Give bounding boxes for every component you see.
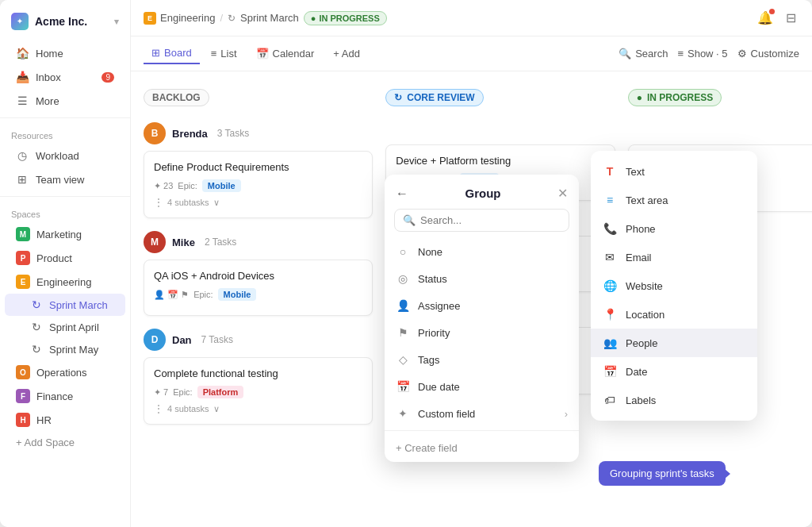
modal-back-button[interactable]: ← <box>396 187 408 201</box>
qa-epic-label: Epic: <box>193 290 213 299</box>
group-modal: ← Group ✕ 🔍 ○ None ◎ Status 👤 <box>385 175 579 462</box>
show-button[interactable]: ≡ Show · 5 <box>677 48 727 60</box>
finance-label: Finance <box>36 390 73 402</box>
none-label: None <box>418 246 442 258</box>
tooltip-text: Grouping sprint's tasks <box>610 467 714 479</box>
rp-location[interactable]: 📍 Location <box>591 300 757 329</box>
sprint-icon: ↻ <box>228 13 236 24</box>
add-button[interactable]: + Add <box>325 44 368 63</box>
board-tab[interactable]: ⊞ Board <box>144 43 200 64</box>
sprint-april-label: Sprint April <box>49 321 99 333</box>
sidebar-nav-more[interactable]: ☰ More <box>5 89 125 113</box>
team-view-icon: ⊞ <box>16 173 29 186</box>
subtask-icon-functional: ⋮ <box>154 403 163 414</box>
modal-item-status[interactable]: ◎ Status <box>385 265 579 292</box>
sidebar-item-team-view[interactable]: ⊞ Team view <box>5 167 125 191</box>
modal-search-icon: 🔍 <box>403 214 416 226</box>
marketing-dot: M <box>16 227 30 241</box>
hr-label: HR <box>36 414 52 426</box>
engineering-dot: E <box>16 275 30 289</box>
modal-close-button[interactable]: ✕ <box>557 186 568 201</box>
calendar-icon: 📅 <box>256 48 269 60</box>
list-icon: ≡ <box>211 48 217 60</box>
rp-date[interactable]: 📅 Date <box>591 357 757 386</box>
operations-dot: O <box>16 365 30 379</box>
chevron-functional: ∨ <box>213 404 220 414</box>
add-space-button[interactable]: + Add Space <box>5 432 125 453</box>
resources-label: Resources <box>0 123 130 144</box>
search-button[interactable]: 🔍 Search <box>619 48 668 60</box>
sidebar-item-hr[interactable]: H HR <box>5 408 125 432</box>
sidebar-nav-home[interactable]: 🏠 Home <box>5 41 125 65</box>
sidebar-item-sprint-march[interactable]: ↻ Sprint March <box>5 294 125 316</box>
sidebar-item-sprint-may[interactable]: ↻ Sprint May <box>5 338 125 360</box>
modal-item-tags[interactable]: ◇ Tags <box>385 346 579 373</box>
rp-text[interactable]: T Text <box>591 157 757 186</box>
modal-item-assignee[interactable]: 👤 Assignee <box>385 292 579 319</box>
rp-phone[interactable]: 📞 Phone <box>591 214 757 243</box>
rp-text-area[interactable]: ≡ Text area <box>591 186 757 214</box>
rp-people[interactable]: 👥 People <box>591 329 757 357</box>
functional-epic-tag: Platform <box>197 386 244 398</box>
sidebar-item-workload[interactable]: ◷ Workload <box>5 144 125 167</box>
notification-dot <box>769 9 775 14</box>
right-panel: T Text ≡ Text area 📞 Phone ✉ Email 🌐 <box>591 151 757 421</box>
brenda-name: Brenda <box>172 128 208 140</box>
subtask-count: 4 subtasks <box>167 198 209 207</box>
people-icon: 👥 <box>602 335 618 351</box>
group-row-dan: D Dan 7 Tasks <box>144 322 373 357</box>
phone-icon: 📞 <box>602 221 618 237</box>
mike-name: Mike <box>172 237 195 248</box>
sidebar-divider-2 <box>0 196 130 197</box>
modal-search-input[interactable] <box>420 214 561 226</box>
modal-search: 🔍 <box>394 209 569 232</box>
spaces-label: Spaces <box>0 202 130 222</box>
modal-item-priority[interactable]: ⚑ Priority <box>385 319 579 346</box>
email-label: Email <box>626 252 652 264</box>
group-row-brenda: B Brenda 3 Tasks <box>144 116 373 151</box>
header-actions: 🔔 ⊟ <box>754 7 799 29</box>
labels-icon: 🏷 <box>602 392 618 408</box>
notifications-button[interactable]: 🔔 <box>754 7 776 29</box>
sidebar-item-sprint-april[interactable]: ↻ Sprint April <box>5 316 125 338</box>
breadcrumb-engineering[interactable]: E Engineering <box>144 12 215 25</box>
sidebar-item-marketing[interactable]: M Marketing <box>5 222 125 246</box>
modal-item-due-date[interactable]: 📅 Due date <box>385 373 579 400</box>
app-logo[interactable]: ✦ Acme Inc. ▾ <box>0 10 130 41</box>
modal-create-field[interactable]: + Create field <box>385 434 579 462</box>
layout-button[interactable]: ⊟ <box>783 7 799 29</box>
card-define-product[interactable]: Define Product Requirements ✦ 23 Epic: M… <box>144 151 373 218</box>
sprint-may-icon: ↻ <box>30 343 43 356</box>
calendar-tab[interactable]: 📅 Calendar <box>248 44 323 63</box>
sidebar-item-finance[interactable]: F Finance <box>5 384 125 408</box>
card-qa-ios[interactable]: QA iOS + Android Devices 👤 📅 ⚑ Epic: Mob… <box>144 260 373 316</box>
subtask-count-functional: 4 subtasks <box>167 404 209 414</box>
modal-item-none[interactable]: ○ None <box>385 238 579 265</box>
sidebar-item-product[interactable]: P Product <box>5 246 125 270</box>
customize-button[interactable]: ⚙ Customize <box>737 48 799 60</box>
card-meta: ✦ 23 Epic: Mobile <box>154 179 362 192</box>
inbox-badge: 9 <box>102 72 114 83</box>
rp-labels[interactable]: 🏷 Labels <box>591 386 757 414</box>
core-review-badge: ↻ CORE REVIEW <box>385 89 483 106</box>
main-header: E Engineering / ↻ Sprint March ● IN PROG… <box>131 0 812 37</box>
modal-item-custom-field[interactable]: ✦ Custom field › <box>385 400 579 427</box>
rp-website[interactable]: 🌐 Website <box>591 271 757 300</box>
add-label: + Add <box>333 48 360 60</box>
card-meta-qa: 👤 📅 ⚑ Epic: Mobile <box>154 288 362 301</box>
show-label: Show · 5 <box>688 48 728 60</box>
list-tab[interactable]: ≡ List <box>203 44 245 63</box>
main-content: E Engineering / ↻ Sprint March ● IN PROG… <box>131 0 812 527</box>
inbox-icon: 📥 <box>16 71 29 83</box>
sidebar-nav-inbox[interactable]: 📥 Inbox 9 <box>5 65 125 89</box>
sidebar-item-operations[interactable]: O Operations <box>5 360 125 384</box>
core-review-label: CORE REVIEW <box>407 92 474 103</box>
sidebar-item-engineering[interactable]: E Engineering <box>5 270 125 294</box>
dan-name: Dan <box>172 334 192 346</box>
app-title: Acme Inc. <box>35 15 87 28</box>
more-icon: ☰ <box>16 94 29 107</box>
rp-email[interactable]: ✉ Email <box>591 243 757 271</box>
search-icon: 🔍 <box>619 48 631 60</box>
card-functional-testing[interactable]: Complete functional testing ✦ 7 Epic: Pl… <box>144 357 373 425</box>
dan-task-count: 7 Tasks <box>201 334 233 345</box>
